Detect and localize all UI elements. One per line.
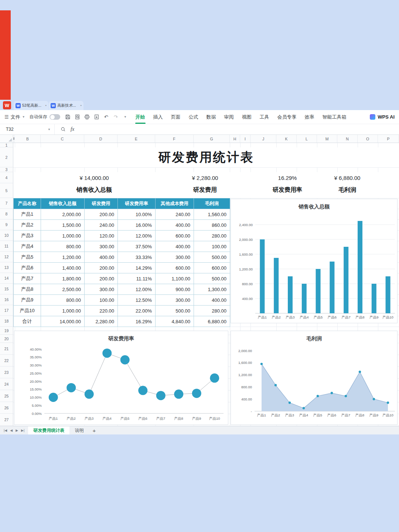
cell-gross-profit[interactable]: 600.00 [194, 263, 230, 273]
cell-rd-expense[interactable]: 300.00 [85, 284, 118, 295]
cell-gross-profit[interactable]: 400.00 [194, 295, 230, 306]
cell-product-name[interactable]: 产品3 [14, 231, 41, 241]
select-all-corner[interactable] [0, 135, 13, 143]
row-header[interactable]: 24 [0, 378, 13, 390]
cell-product-name[interactable]: 合计 [14, 316, 41, 327]
cell-revenue[interactable]: 1,800.00 [41, 273, 85, 284]
cell-revenue[interactable]: 1,500.00 [41, 220, 85, 231]
column-header[interactable]: I [240, 135, 250, 143]
cell-product-name[interactable]: 产品1 [14, 209, 41, 220]
cell-gross-profit[interactable]: 280.00 [194, 306, 230, 316]
table-header-cell[interactable]: 销售收入总额 [41, 198, 85, 209]
cell-other-cost[interactable]: 500.00 [156, 306, 194, 316]
gross-profit-area-chart[interactable]: 毛利润 -400.00800.001,200.001,600.002,000.0… [231, 331, 398, 425]
cell-product-name[interactable]: 产品6 [14, 263, 41, 273]
cell-other-cost[interactable]: 400.00 [156, 220, 194, 231]
column-header[interactable]: D [84, 135, 117, 143]
column-header[interactable]: J [250, 135, 276, 143]
wps-ai-button[interactable]: WPS AI [370, 114, 395, 120]
ribbon-tab[interactable]: 会员专享 [273, 110, 301, 124]
cell-rd-expense-rate[interactable]: 11.11% [118, 273, 156, 284]
cell-rd-expense[interactable]: 200.00 [85, 273, 118, 284]
print-icon[interactable] [84, 114, 90, 120]
cell-rd-expense[interactable]: 200.00 [85, 263, 118, 273]
row-header[interactable]: 21 [0, 343, 13, 355]
cell-gross-profit[interactable]: 860.00 [194, 220, 230, 231]
sheet-title-cell[interactable]: 研发费用统计表 [13, 147, 399, 167]
cell-gross-profit[interactable]: 500.00 [194, 273, 230, 284]
cell-revenue[interactable]: 1,000.00 [41, 231, 85, 241]
cell-rd-expense[interactable]: 2,280.00 [85, 316, 118, 327]
row-header[interactable]: 12 [0, 252, 13, 262]
cell-gross-profit[interactable]: 1,300.00 [194, 284, 230, 295]
cell-revenue[interactable]: 14,000.00 [41, 316, 85, 327]
export-icon[interactable] [93, 114, 100, 120]
row-header[interactable]: 5 [0, 183, 13, 198]
add-sheet-button[interactable]: + [89, 426, 99, 434]
cell-other-cost[interactable]: 1,100.00 [156, 273, 194, 284]
cell-rd-expense[interactable]: 300.00 [85, 241, 118, 252]
ribbon-tab[interactable]: 审阅 [220, 110, 238, 124]
cell-other-cost[interactable]: 4,840.00 [156, 316, 194, 327]
row-header[interactable]: 27 [0, 414, 13, 426]
row-header[interactable]: 20 [0, 335, 13, 343]
last-sheet-icon[interactable]: ▶| [21, 429, 24, 432]
cell-other-cost[interactable]: 300.00 [156, 295, 194, 306]
rd-expense-rate-scatter-chart[interactable]: 研发费用率 0.00%5.00%10.00%15.00%20.00%25.00%… [14, 331, 228, 425]
ribbon-tab[interactable]: 效率 [301, 110, 318, 124]
cell-revenue[interactable]: 1,400.00 [41, 263, 85, 273]
row-header[interactable]: 18 [0, 316, 13, 327]
cell-gross-profit[interactable]: 500.00 [194, 252, 230, 263]
cell-rd-expense[interactable]: 400.00 [85, 252, 118, 263]
ribbon-tab[interactable]: 视图 [238, 110, 256, 124]
row-header[interactable]: 17 [0, 305, 13, 316]
column-header[interactable]: H [230, 135, 240, 143]
cell-gross-profit[interactable]: 100.00 [194, 241, 230, 252]
first-sheet-icon[interactable]: |◀ [4, 429, 7, 432]
wps-logo[interactable]: W [3, 101, 11, 109]
cell-product-name[interactable]: 产品9 [14, 295, 41, 306]
cell-rd-expense-rate[interactable]: 12.50% [118, 295, 156, 306]
row-header[interactable]: 16 [0, 294, 13, 305]
row-header[interactable]: 15 [0, 284, 13, 294]
column-header[interactable]: K [276, 135, 297, 143]
tab-close-dot-icon[interactable]: • [45, 103, 47, 108]
cell-rd-expense-rate[interactable]: 16.29% [118, 316, 156, 327]
sheet-tab-statistics[interactable]: 研发费用统计表 [28, 426, 69, 434]
name-box[interactable]: T32 ▼ [0, 124, 55, 134]
cell-rd-expense[interactable]: 100.00 [85, 295, 118, 306]
revenue-bar-chart[interactable]: 销售收入总额 400.00800.001,200.001,600.002,000… [231, 199, 398, 323]
formula-input[interactable] [79, 124, 399, 134]
file-menu-button[interactable]: ☰ 文件 ▼ [4, 114, 25, 120]
cell-gross-profit[interactable]: 280.00 [194, 231, 230, 241]
row-header[interactable]: 4 [0, 172, 13, 183]
cell-rd-expense[interactable]: 240.00 [85, 220, 118, 231]
undo-icon[interactable]: ↶ [103, 114, 109, 120]
row-header[interactable]: 25 [0, 390, 13, 402]
row-header[interactable]: 19 [0, 327, 13, 335]
cell-rd-expense-rate[interactable]: 33.33% [118, 252, 156, 263]
column-header[interactable]: C [41, 135, 84, 143]
cell-other-cost[interactable]: 240.00 [156, 209, 194, 220]
cell-revenue[interactable]: 800.00 [41, 295, 85, 306]
insert-function-icon[interactable]: fx [71, 126, 74, 132]
row-header[interactable]: 8 [0, 209, 13, 219]
cell-rd-expense-rate[interactable]: 16.00% [118, 220, 156, 231]
cell-rd-expense-rate[interactable]: 12.00% [118, 284, 156, 295]
summary-rd-expense[interactable]: ¥ 2,280.00 研发费用 [159, 172, 251, 198]
table-header-cell[interactable]: 产品名称 [14, 198, 41, 209]
column-header[interactable]: P [378, 135, 399, 143]
column-header[interactable]: M [317, 135, 337, 143]
prev-sheet-icon[interactable]: ◀ [10, 429, 13, 432]
row-header[interactable]: 2 [0, 147, 13, 167]
row-header[interactable]: 22 [0, 355, 13, 366]
row-header[interactable]: 26 [0, 402, 13, 414]
ribbon-tab[interactable]: 数据 [202, 110, 220, 124]
cell-rd-expense-rate[interactable]: 12.00% [118, 231, 156, 241]
table-header-cell[interactable]: 其他成本费用 [156, 198, 194, 209]
row-header[interactable]: 10 [0, 230, 13, 241]
cell-revenue[interactable]: 2,500.00 [41, 284, 85, 295]
cell-rd-expense[interactable]: 220.00 [85, 306, 118, 316]
row-header[interactable]: 11 [0, 241, 13, 252]
cell-gross-profit[interactable]: 1,560.00 [194, 209, 230, 220]
